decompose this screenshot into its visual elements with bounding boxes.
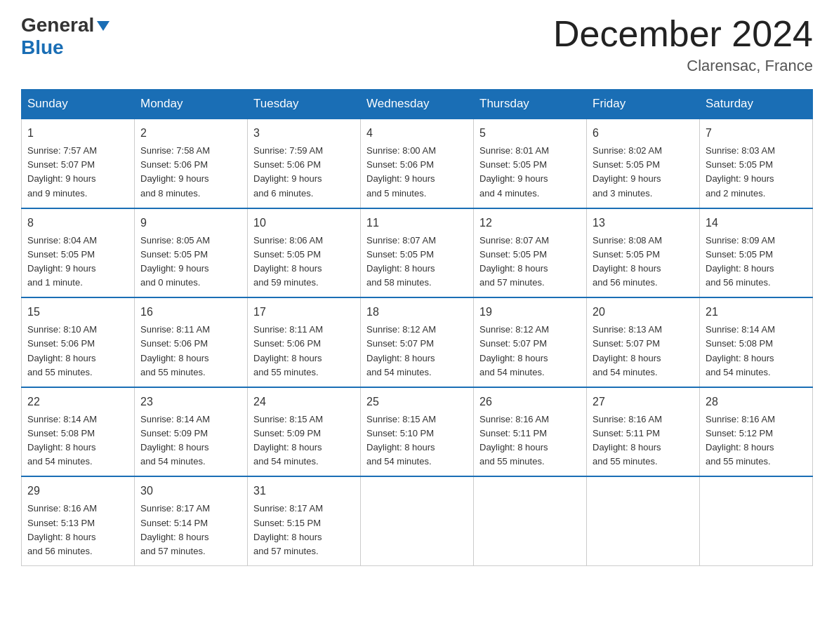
logo-general-text: General bbox=[21, 14, 94, 36]
calendar-cell: 12Sunrise: 8:07 AM Sunset: 5:05 PM Dayli… bbox=[474, 208, 587, 298]
day-info: Sunrise: 7:58 AM Sunset: 5:06 PM Dayligh… bbox=[140, 144, 241, 201]
day-info: Sunrise: 8:16 AM Sunset: 5:11 PM Dayligh… bbox=[479, 412, 581, 469]
day-number: 7 bbox=[706, 125, 807, 142]
day-info: Sunrise: 8:03 AM Sunset: 5:05 PM Dayligh… bbox=[706, 144, 807, 201]
day-info: Sunrise: 8:07 AM Sunset: 5:05 PM Dayligh… bbox=[479, 234, 581, 290]
day-info: Sunrise: 8:00 AM Sunset: 5:06 PM Dayligh… bbox=[366, 144, 468, 201]
day-info: Sunrise: 8:11 AM Sunset: 5:06 PM Dayligh… bbox=[140, 323, 241, 380]
day-number: 31 bbox=[253, 483, 355, 499]
day-number: 28 bbox=[706, 394, 807, 410]
calendar-cell: 28Sunrise: 8:16 AM Sunset: 5:12 PM Dayli… bbox=[700, 387, 813, 477]
day-number: 19 bbox=[479, 304, 581, 321]
header-tuesday: Tuesday bbox=[248, 90, 361, 119]
week-row-2: 8Sunrise: 8:04 AM Sunset: 5:05 PM Daylig… bbox=[22, 208, 813, 298]
day-info: Sunrise: 8:12 AM Sunset: 5:07 PM Dayligh… bbox=[366, 323, 468, 380]
title-area: December 2024 Clarensac, France bbox=[553, 14, 813, 75]
day-info: Sunrise: 8:05 AM Sunset: 5:05 PM Dayligh… bbox=[140, 234, 241, 290]
day-number: 29 bbox=[27, 483, 128, 499]
day-info: Sunrise: 8:07 AM Sunset: 5:05 PM Dayligh… bbox=[366, 234, 468, 290]
header-sunday: Sunday bbox=[22, 90, 135, 119]
header-wednesday: Wednesday bbox=[361, 90, 474, 119]
calendar-cell: 29Sunrise: 8:16 AM Sunset: 5:13 PM Dayli… bbox=[22, 476, 135, 565]
logo-triangle-icon bbox=[95, 18, 111, 34]
calendar-cell: 1Sunrise: 7:57 AM Sunset: 5:07 PM Daylig… bbox=[22, 119, 135, 208]
day-number: 3 bbox=[253, 125, 355, 142]
calendar-cell: 15Sunrise: 8:10 AM Sunset: 5:06 PM Dayli… bbox=[22, 297, 135, 387]
day-info: Sunrise: 8:08 AM Sunset: 5:05 PM Dayligh… bbox=[593, 234, 694, 290]
day-info: Sunrise: 8:14 AM Sunset: 5:09 PM Dayligh… bbox=[140, 412, 241, 469]
month-title: December 2024 bbox=[553, 14, 813, 54]
day-info: Sunrise: 7:57 AM Sunset: 5:07 PM Dayligh… bbox=[27, 144, 128, 201]
day-number: 26 bbox=[479, 394, 581, 410]
day-number: 24 bbox=[253, 394, 355, 410]
day-number: 18 bbox=[366, 304, 468, 321]
day-info: Sunrise: 8:15 AM Sunset: 5:09 PM Dayligh… bbox=[253, 412, 355, 469]
calendar-cell: 11Sunrise: 8:07 AM Sunset: 5:05 PM Dayli… bbox=[361, 208, 474, 298]
week-row-1: 1Sunrise: 7:57 AM Sunset: 5:07 PM Daylig… bbox=[22, 119, 813, 208]
day-info: Sunrise: 8:16 AM Sunset: 5:12 PM Dayligh… bbox=[706, 412, 807, 469]
day-info: Sunrise: 8:06 AM Sunset: 5:05 PM Dayligh… bbox=[253, 234, 355, 290]
day-number: 12 bbox=[479, 215, 581, 232]
calendar-cell: 31Sunrise: 8:17 AM Sunset: 5:15 PM Dayli… bbox=[248, 476, 361, 565]
calendar-cell: 14Sunrise: 8:09 AM Sunset: 5:05 PM Dayli… bbox=[700, 208, 813, 298]
calendar-cell: 19Sunrise: 8:12 AM Sunset: 5:07 PM Dayli… bbox=[474, 297, 587, 387]
day-info: Sunrise: 8:17 AM Sunset: 5:15 PM Dayligh… bbox=[253, 502, 355, 558]
day-number: 4 bbox=[366, 125, 468, 142]
day-info: Sunrise: 8:11 AM Sunset: 5:06 PM Dayligh… bbox=[253, 323, 355, 380]
svg-marker-0 bbox=[97, 21, 110, 31]
calendar-cell: 9Sunrise: 8:05 AM Sunset: 5:05 PM Daylig… bbox=[135, 208, 248, 298]
day-info: Sunrise: 8:15 AM Sunset: 5:10 PM Dayligh… bbox=[366, 412, 468, 469]
day-info: Sunrise: 8:04 AM Sunset: 5:05 PM Dayligh… bbox=[27, 234, 128, 290]
day-info: Sunrise: 8:17 AM Sunset: 5:14 PM Dayligh… bbox=[140, 502, 241, 558]
week-row-3: 15Sunrise: 8:10 AM Sunset: 5:06 PM Dayli… bbox=[22, 297, 813, 387]
day-number: 9 bbox=[140, 215, 241, 232]
day-info: Sunrise: 8:14 AM Sunset: 5:08 PM Dayligh… bbox=[27, 412, 128, 469]
calendar-cell: 20Sunrise: 8:13 AM Sunset: 5:07 PM Dayli… bbox=[587, 297, 700, 387]
calendar-cell bbox=[474, 476, 587, 565]
day-number: 1 bbox=[27, 125, 128, 142]
day-info: Sunrise: 8:12 AM Sunset: 5:07 PM Dayligh… bbox=[479, 323, 581, 380]
day-info: Sunrise: 8:16 AM Sunset: 5:11 PM Dayligh… bbox=[593, 412, 694, 469]
location: Clarensac, France bbox=[553, 57, 813, 75]
calendar-cell bbox=[361, 476, 474, 565]
calendar-cell: 8Sunrise: 8:04 AM Sunset: 5:05 PM Daylig… bbox=[22, 208, 135, 298]
day-number: 30 bbox=[140, 483, 241, 499]
calendar-cell bbox=[700, 476, 813, 565]
day-number: 8 bbox=[27, 215, 128, 232]
calendar-cell: 5Sunrise: 8:01 AM Sunset: 5:05 PM Daylig… bbox=[474, 119, 587, 208]
day-number: 2 bbox=[140, 125, 241, 142]
header-saturday: Saturday bbox=[700, 90, 813, 119]
calendar-cell: 10Sunrise: 8:06 AM Sunset: 5:05 PM Dayli… bbox=[248, 208, 361, 298]
calendar-cell: 27Sunrise: 8:16 AM Sunset: 5:11 PM Dayli… bbox=[587, 387, 700, 477]
week-row-4: 22Sunrise: 8:14 AM Sunset: 5:08 PM Dayli… bbox=[22, 387, 813, 477]
day-number: 10 bbox=[253, 215, 355, 232]
page-header: General Blue December 2024 Clarensac, Fr… bbox=[21, 14, 813, 75]
calendar-cell: 2Sunrise: 7:58 AM Sunset: 5:06 PM Daylig… bbox=[135, 119, 248, 208]
day-number: 17 bbox=[253, 304, 355, 321]
day-number: 15 bbox=[27, 304, 128, 321]
day-number: 20 bbox=[593, 304, 694, 321]
calendar-cell: 23Sunrise: 8:14 AM Sunset: 5:09 PM Dayli… bbox=[135, 387, 248, 477]
calendar-cell: 30Sunrise: 8:17 AM Sunset: 5:14 PM Dayli… bbox=[135, 476, 248, 565]
calendar-cell: 3Sunrise: 7:59 AM Sunset: 5:06 PM Daylig… bbox=[248, 119, 361, 208]
header-friday: Friday bbox=[587, 90, 700, 119]
day-number: 16 bbox=[140, 304, 241, 321]
day-info: Sunrise: 8:02 AM Sunset: 5:05 PM Dayligh… bbox=[593, 144, 694, 201]
calendar-cell: 17Sunrise: 8:11 AM Sunset: 5:06 PM Dayli… bbox=[248, 297, 361, 387]
day-number: 25 bbox=[366, 394, 468, 410]
calendar-cell: 6Sunrise: 8:02 AM Sunset: 5:05 PM Daylig… bbox=[587, 119, 700, 208]
calendar-cell: 7Sunrise: 8:03 AM Sunset: 5:05 PM Daylig… bbox=[700, 119, 813, 208]
header-monday: Monday bbox=[135, 90, 248, 119]
calendar-cell: 13Sunrise: 8:08 AM Sunset: 5:05 PM Dayli… bbox=[587, 208, 700, 298]
calendar-cell: 24Sunrise: 8:15 AM Sunset: 5:09 PM Dayli… bbox=[248, 387, 361, 477]
calendar-cell bbox=[587, 476, 700, 565]
day-number: 5 bbox=[479, 125, 581, 142]
calendar-table: SundayMondayTuesdayWednesdayThursdayFrid… bbox=[21, 89, 813, 566]
day-number: 13 bbox=[593, 215, 694, 232]
day-info: Sunrise: 8:14 AM Sunset: 5:08 PM Dayligh… bbox=[706, 323, 807, 380]
day-info: Sunrise: 8:16 AM Sunset: 5:13 PM Dayligh… bbox=[27, 502, 128, 558]
day-number: 27 bbox=[593, 394, 694, 410]
day-info: Sunrise: 7:59 AM Sunset: 5:06 PM Dayligh… bbox=[253, 144, 355, 201]
calendar-cell: 16Sunrise: 8:11 AM Sunset: 5:06 PM Dayli… bbox=[135, 297, 248, 387]
day-number: 23 bbox=[140, 394, 241, 410]
